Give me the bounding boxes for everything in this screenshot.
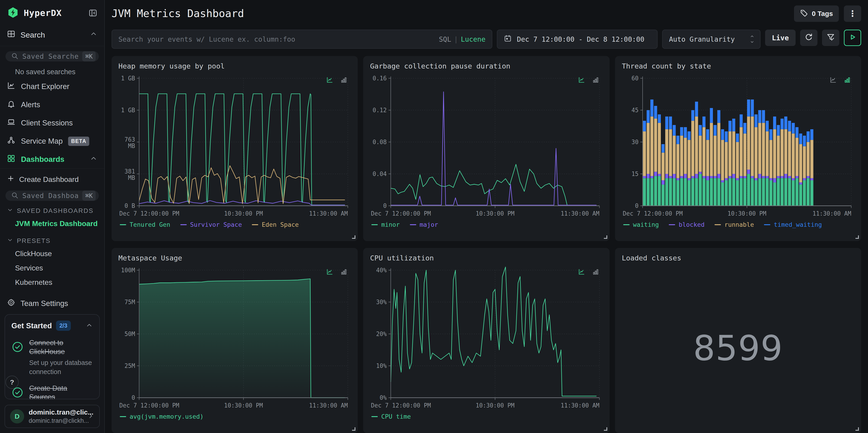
- get-started-header[interactable]: Get Started 2/3: [11, 320, 93, 331]
- saved-dashboards-placeholder: Saved Dashboards: [22, 192, 79, 200]
- sidebar-item-alerts[interactable]: Alerts: [0, 96, 104, 114]
- dashboard-menu-button[interactable]: ⋮: [844, 5, 861, 22]
- panel-resize-handle[interactable]: [352, 427, 355, 431]
- line-chart-icon[interactable]: [577, 267, 586, 277]
- line-chart-icon[interactable]: [577, 75, 586, 85]
- refresh-button[interactable]: [800, 30, 817, 46]
- plus-icon: [7, 175, 14, 184]
- svg-text:11:30:00 AM: 11:30:00 AM: [309, 210, 348, 217]
- help-button[interactable]: ?: [5, 376, 19, 389]
- panel-resize-handle[interactable]: [352, 236, 355, 239]
- get-started-item-text: Create Data Sources Configure where your…: [29, 384, 93, 399]
- sql-toggle[interactable]: SQL: [439, 35, 451, 43]
- legend-item-cpu-time[interactable]: CPU time: [371, 413, 411, 420]
- svg-text:Dec 7 12:00:00 PM: Dec 7 12:00:00 PM: [371, 210, 431, 217]
- legend-item-eden-space[interactable]: Eden Space: [252, 221, 299, 228]
- bar-chart-icon[interactable]: [842, 75, 852, 85]
- bar-chart-icon[interactable]: [339, 267, 349, 277]
- chart-explorer-icon: [7, 81, 16, 92]
- legend-item-runnable[interactable]: runnable: [715, 221, 754, 228]
- sidebar-item-service-map[interactable]: Service MapBETA: [0, 132, 104, 150]
- user-menu[interactable]: D dominic.tran@clic... dominic.tran@clic…: [5, 405, 100, 428]
- line-chart-icon[interactable]: [325, 75, 335, 85]
- header-actions: 0 Tags ⋮: [794, 5, 861, 22]
- svg-text:25M: 25M: [125, 363, 135, 369]
- legend-item-avg-jvm-memory-used-[interactable]: avg(jvm.memory.used): [120, 413, 204, 420]
- legend-item-survivor-space[interactable]: Survivor Space: [180, 221, 242, 228]
- chart-canvas-metaspace: 100M75M50M25M0Dec 7 12:00:00 PM10:30:00 …: [118, 264, 351, 410]
- svg-text:Dec 7 12:00:00 PM: Dec 7 12:00:00 PM: [623, 210, 683, 217]
- sidebar-section-search[interactable]: Search: [0, 24, 104, 46]
- saved-searches-input[interactable]: Saved Searches ⌘K: [5, 51, 99, 61]
- group-label: PRESETS: [17, 237, 51, 245]
- legend-item-minor[interactable]: minor: [371, 221, 400, 228]
- legend-label: avg(jvm.memory.used): [130, 413, 204, 420]
- line-chart-icon[interactable]: [325, 267, 335, 277]
- search-icon: [11, 191, 19, 200]
- chevron-right-icon: [87, 412, 94, 421]
- svg-text:10:30:00 PM: 10:30:00 PM: [727, 210, 766, 217]
- tags-label: 0 Tags: [812, 10, 833, 18]
- live-button[interactable]: Live: [765, 30, 796, 46]
- page-title: JVM Metrics Dashboard: [112, 7, 794, 20]
- panel-title: Heap memory usage by pool: [118, 62, 351, 70]
- legend-item-major[interactable]: major: [410, 221, 438, 228]
- sidebar-item-team-settings[interactable]: Team Settings: [0, 293, 104, 314]
- bar-chart-icon[interactable]: [339, 75, 349, 85]
- dashboard-link-clickhouse[interactable]: ClickHouse: [0, 247, 104, 261]
- event-search-input[interactable]: Search your events w/ Lucene ex. column:…: [112, 30, 492, 49]
- legend-item-tenured-gen[interactable]: Tenured Gen: [120, 221, 170, 228]
- dashboard-link-services[interactable]: Services: [0, 261, 104, 275]
- get-started-item-connect-to-clickhouse[interactable]: Connect to ClickHouse Set up your databa…: [11, 339, 93, 376]
- legend-swatch: [371, 416, 378, 417]
- tags-button[interactable]: 0 Tags: [794, 5, 839, 22]
- svg-text:30: 30: [631, 138, 639, 146]
- svg-text:11:30:00 AM: 11:30:00 AM: [309, 402, 348, 409]
- line-chart-icon[interactable]: [828, 75, 838, 85]
- gear-icon: [7, 298, 16, 309]
- dashboard-link-jvm-metrics-dashboard[interactable]: JVM Metrics Dashboard: [0, 216, 104, 231]
- legend-swatch: [623, 224, 629, 225]
- query-language-toggle[interactable]: SQL|Lucene: [439, 35, 486, 43]
- panel-resize-handle[interactable]: [856, 236, 859, 239]
- bar-chart-icon[interactable]: [591, 267, 600, 277]
- chevron-up-icon: [90, 155, 97, 164]
- run-query-button[interactable]: [844, 30, 861, 46]
- chart-legend: waitingblockedrunnabletimed_waiting: [622, 221, 854, 228]
- legend-label: blocked: [679, 221, 705, 228]
- dashboard-link-kubernetes[interactable]: Kubernetes: [0, 275, 104, 289]
- chart-canvas-heap: 1 GB1 GB763MB381MB0 BDec 7 12:00:00 PM10…: [118, 72, 351, 218]
- saved-dashboards-input[interactable]: Saved Dashboards ⌘K: [5, 190, 99, 201]
- get-started-item-title: Connect to ClickHouse: [29, 339, 93, 356]
- group-header-presets[interactable]: PRESETS: [0, 231, 104, 247]
- svg-text:MB: MB: [128, 175, 135, 181]
- lucene-toggle[interactable]: Lucene: [461, 35, 486, 43]
- beta-badge: BETA: [68, 136, 89, 146]
- get-started-item-create-data-sources[interactable]: Create Data Sources Configure where your…: [11, 384, 93, 399]
- sidebar-collapse-button[interactable]: [88, 8, 97, 18]
- svg-text:0: 0: [383, 203, 386, 209]
- panel-resize-handle[interactable]: [856, 427, 859, 431]
- team-settings-label: Team Settings: [21, 299, 68, 308]
- shortcut-badge: ⌘K: [82, 190, 96, 201]
- granularity-select[interactable]: Auto Granularity: [662, 30, 761, 49]
- group-header-saved-dashboards[interactable]: SAVED DASHBOARDS: [0, 201, 104, 216]
- panel-resize-handle[interactable]: [604, 236, 607, 239]
- legend-item-waiting[interactable]: waiting: [623, 221, 659, 228]
- granularity-value: Auto Granularity: [669, 35, 735, 43]
- nav-label: Chart Explorer: [21, 82, 69, 91]
- svg-text:10:30:00 PM: 10:30:00 PM: [224, 402, 263, 409]
- sidebar-item-chart-explorer[interactable]: Chart Explorer: [0, 78, 104, 96]
- filter-edit-button[interactable]: [822, 30, 839, 46]
- sidebar-item-dashboards[interactable]: Dashboards: [0, 150, 104, 168]
- bar-chart-icon[interactable]: [591, 75, 600, 85]
- select-chevrons-icon: [750, 34, 754, 44]
- create-dashboard-button[interactable]: Create Dashboard: [0, 170, 104, 186]
- panel-resize-handle[interactable]: [604, 427, 607, 431]
- panel-threads: Thread count by state604530150Dec 7 12:0…: [615, 56, 861, 241]
- chart-canvas-gc: 0.160.120.080.040Dec 7 12:00:00 PM10:30:…: [370, 72, 602, 218]
- sidebar-item-client-sessions[interactable]: Client Sessions: [0, 114, 104, 132]
- time-range-picker[interactable]: Dec 7 12:00:00 - Dec 8 12:00:00: [497, 30, 658, 49]
- legend-item-blocked[interactable]: blocked: [669, 221, 705, 228]
- legend-item-timed_waiting[interactable]: timed_waiting: [764, 221, 822, 228]
